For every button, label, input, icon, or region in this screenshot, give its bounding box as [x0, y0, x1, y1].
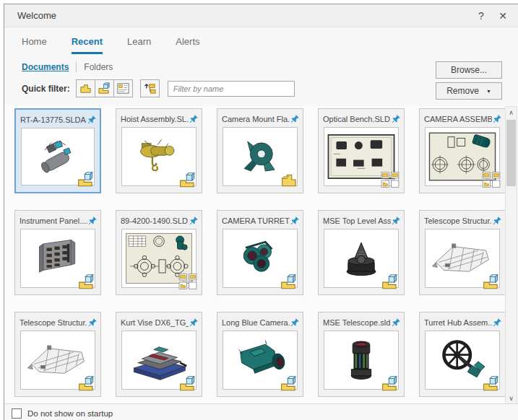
- pin-icon[interactable]: [290, 318, 300, 328]
- tile-header: Kurt Vise DX6_TG_...: [116, 312, 202, 330]
- document-thumbnail: [121, 331, 197, 390]
- drawing-badge-icon: [178, 272, 199, 291]
- recent-documents-area: RT-A-13775.SLDASM Hoist Assembly.SL... C…: [4, 106, 518, 405]
- tile-header: CAMERA TURRET.S...: [217, 211, 303, 228]
- document-thumbnail: [223, 229, 298, 288]
- assembly-badge-icon: [380, 272, 401, 291]
- document-title: Telescope Structur...: [424, 216, 492, 225]
- pin-icon[interactable]: [189, 216, 199, 226]
- scroll-down-icon[interactable]: ∨: [506, 393, 517, 404]
- assembly-badge-icon: [279, 272, 300, 291]
- assembly-badge-icon: [380, 374, 401, 393]
- view-link-folders[interactable]: Folders: [84, 62, 113, 72]
- pin-icon[interactable]: [391, 216, 401, 226]
- tile-header: MSE Telescope.sld...: [319, 312, 404, 330]
- pin-icon[interactable]: [391, 318, 401, 328]
- tab-recent[interactable]: Recent: [72, 36, 103, 54]
- scroll-up-icon[interactable]: ∧: [506, 107, 517, 118]
- vertical-scrollbar[interactable]: ∧ ∨: [505, 106, 517, 405]
- recent-document-tile[interactable]: 89-4200-1490.SLD...: [116, 210, 202, 295]
- recent-document-tile[interactable]: Kurt Vise DX6_TG_...: [116, 312, 202, 397]
- recent-document-tile[interactable]: MSE Telescope.sld...: [318, 312, 405, 397]
- document-thumbnail: [223, 331, 298, 390]
- quick-filter-label: Quick filter:: [22, 84, 70, 94]
- assembly-badge-icon: [76, 170, 97, 188]
- pin-icon[interactable]: [391, 114, 401, 124]
- document-title: CAMERA TURRET.S...: [222, 216, 290, 225]
- assembly-badge-icon: [481, 272, 502, 291]
- tab-alerts[interactable]: Alerts: [176, 36, 199, 54]
- tile-header: RT-A-13775.SLDASM: [16, 110, 100, 127]
- pin-icon[interactable]: [189, 114, 199, 124]
- browse-button-label: Browse...: [451, 65, 487, 75]
- quick-filter-row: Quick filter:: [22, 79, 295, 97]
- welcome-dialog: Welcome ? ✕ HomeRecentLearnAlerts Docume…: [4, 4, 518, 420]
- recent-document-tile[interactable]: Turret Hub Assem...: [419, 312, 506, 397]
- assembly-badge-icon: [77, 374, 98, 393]
- recent-document-tile[interactable]: Long Blue Camera...: [217, 312, 303, 397]
- dialog-title: Welcome: [17, 10, 470, 21]
- filter-assemblies-button[interactable]: [95, 79, 114, 97]
- pin-icon[interactable]: [87, 318, 98, 328]
- document-title: Optical Bench.SLD...: [323, 115, 391, 123]
- document-thumbnail: [425, 229, 500, 288]
- document-grid: RT-A-13775.SLDASM Hoist Assembly.SL... C…: [14, 108, 506, 397]
- close-button[interactable]: ✕: [492, 10, 514, 22]
- assembly-badge-icon: [178, 170, 199, 189]
- pin-icon[interactable]: [492, 318, 502, 328]
- document-title: CAMERA ASSEMBL...: [424, 115, 492, 123]
- document-title: Telescope Structur...: [20, 318, 87, 327]
- recent-document-tile[interactable]: MSE Top Level Ass...: [318, 210, 405, 295]
- document-thumbnail: [121, 229, 197, 288]
- recent-document-tile[interactable]: Telescope Structur...: [14, 312, 101, 397]
- recent-document-tile[interactable]: Hoist Assembly.SL...: [116, 108, 202, 193]
- toolbar: DocumentsFolders Quick filter: Browse...…: [4, 54, 518, 100]
- filter-by-name-input[interactable]: [168, 81, 295, 97]
- view-link-documents[interactable]: Documents: [22, 62, 69, 72]
- do-not-show-label: Do not show on startup: [27, 409, 113, 418]
- assembly-icon: [98, 82, 111, 95]
- quick-filter-buttons: [76, 79, 160, 97]
- pin-icon[interactable]: [87, 216, 98, 226]
- filter-parts-button[interactable]: [76, 79, 95, 97]
- assembly-badge-icon: [178, 374, 199, 393]
- toplevel-icon: [143, 82, 157, 95]
- recent-document-tile[interactable]: CAMERA ASSEMBL...: [419, 108, 506, 193]
- document-thumbnail: [324, 331, 399, 390]
- footer-bar: Do not show on startup: [4, 403, 518, 420]
- assembly-badge-icon: [77, 272, 98, 291]
- drawing-badge-icon: [380, 170, 401, 189]
- recent-document-tile[interactable]: CAMERA TURRET.S...: [217, 210, 303, 295]
- document-thumbnail: [324, 229, 399, 288]
- document-thumbnail: [324, 127, 399, 186]
- recent-document-tile[interactable]: RT-A-13775.SLDASM: [14, 108, 101, 193]
- pin-icon[interactable]: [189, 318, 199, 328]
- filter-drawings-button[interactable]: [113, 79, 133, 97]
- document-title: RT-A-13775.SLDASM: [20, 115, 87, 124]
- recent-document-tile[interactable]: Camera Mount Fla...: [217, 108, 303, 193]
- pin-icon[interactable]: [290, 216, 300, 226]
- tile-header: MSE Top Level Ass...: [319, 211, 404, 228]
- document-thumbnail: [425, 127, 500, 186]
- pin-icon[interactable]: [492, 114, 502, 124]
- recent-document-tile[interactable]: Telescope Structur...: [419, 210, 506, 295]
- do-not-show-checkbox[interactable]: [12, 408, 22, 419]
- page-background: Welcome ? ✕ HomeRecentLearnAlerts Docume…: [0, 0, 518, 420]
- tab-home[interactable]: Home: [22, 36, 47, 54]
- scrollbar-thumb[interactable]: [506, 120, 516, 186]
- document-thumbnail: [223, 127, 298, 186]
- recent-document-tile[interactable]: Optical Bench.SLD...: [318, 108, 405, 193]
- filter-area: DocumentsFolders Quick filter:: [22, 61, 295, 97]
- browse-button[interactable]: Browse...: [436, 61, 502, 79]
- help-button[interactable]: ?: [470, 10, 492, 22]
- remove-button[interactable]: Remove ▼: [436, 82, 502, 100]
- assembly-badge-icon: [279, 374, 300, 393]
- tab-learn[interactable]: Learn: [127, 36, 151, 54]
- pin-icon[interactable]: [290, 114, 300, 124]
- pin-icon[interactable]: [87, 115, 97, 125]
- recent-document-tile[interactable]: Instrument Panel....: [14, 210, 101, 295]
- tile-header: CAMERA ASSEMBL...: [420, 109, 505, 126]
- document-title: Hoist Assembly.SL...: [121, 115, 189, 123]
- pin-icon[interactable]: [492, 216, 502, 226]
- filter-top-level-assemblies-button[interactable]: [140, 79, 160, 97]
